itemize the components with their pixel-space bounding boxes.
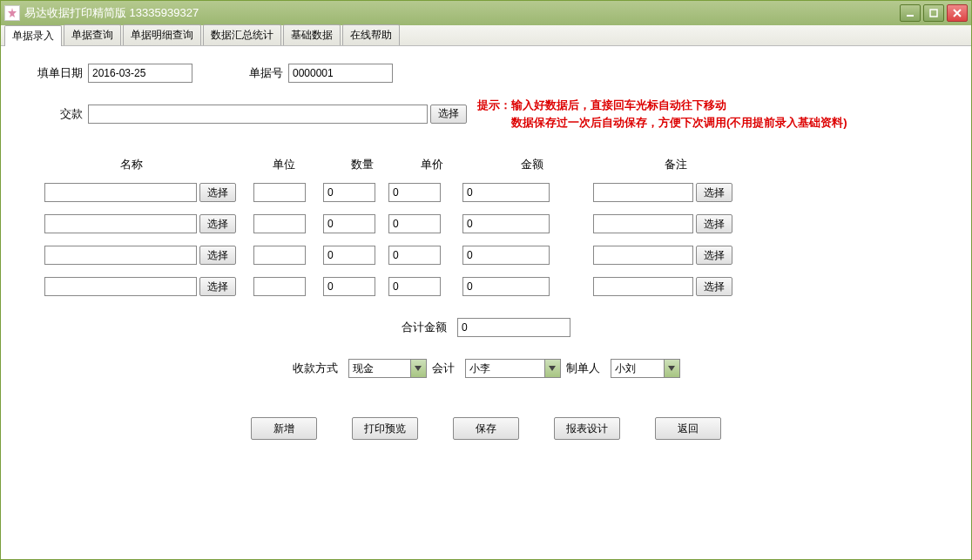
bill-no-input[interactable] [288, 64, 393, 83]
tab-bar: 单据录入单据查询单据明细查询数据汇总统计基础数据在线帮助 [1, 25, 971, 46]
tab-5[interactable]: 在线帮助 [342, 24, 400, 45]
tab-0[interactable]: 单据录入 [4, 25, 62, 46]
col-unit: 单位 [253, 157, 314, 172]
chevron-down-icon[interactable] [544, 360, 560, 377]
accountant-label: 会计 [432, 361, 460, 376]
name-select-button[interactable]: 选择 [199, 183, 236, 202]
window-title: 易达收据打印精简版 13335939327 [24, 5, 900, 21]
hint-line2: 数据保存过一次后自动保存，方便下次调用(不用提前录入基础资料) [511, 116, 847, 129]
col-qty: 数量 [332, 157, 393, 172]
tab-1[interactable]: 单据查询 [64, 24, 121, 45]
titlebar: 易达收据打印精简版 13335939327 [1, 1, 971, 25]
date-input[interactable] [88, 64, 192, 83]
creator-combo[interactable] [611, 359, 680, 378]
table-row: 选择选择 [27, 183, 945, 202]
chevron-down-icon[interactable] [410, 360, 426, 377]
pay-method-input[interactable] [349, 360, 410, 377]
price-input[interactable] [388, 183, 441, 202]
pay-method-combo[interactable] [348, 359, 427, 378]
table-row: 选择选择 [27, 246, 945, 265]
name-select-button[interactable]: 选择 [199, 214, 236, 233]
col-price: 单价 [402, 157, 462, 172]
accountant-combo[interactable] [465, 359, 561, 378]
unit-input[interactable] [253, 183, 306, 202]
svg-rect-1 [930, 10, 937, 17]
remark-input[interactable] [593, 183, 693, 202]
amount-input[interactable] [462, 277, 550, 296]
creator-input[interactable] [611, 360, 664, 377]
data-rows: 选择选择选择选择选择选择选择选择 [27, 183, 945, 296]
name-input[interactable] [44, 214, 197, 233]
app-icon [4, 5, 20, 21]
table-header: 名称 单位 数量 单价 金额 备注 [27, 157, 945, 172]
amount-input[interactable] [462, 183, 550, 202]
name-select-button[interactable]: 选择 [199, 246, 236, 265]
table-row: 选择选择 [27, 214, 945, 233]
save-button[interactable]: 保存 [453, 417, 519, 440]
tab-2[interactable]: 单据明细查询 [123, 24, 201, 45]
price-input[interactable] [388, 246, 441, 265]
bill-no-label: 单据号 [219, 65, 288, 81]
total-input[interactable] [457, 318, 570, 337]
unit-input[interactable] [253, 246, 306, 265]
payer-select-button[interactable]: 选择 [430, 105, 467, 124]
col-amount: 金额 [489, 157, 576, 172]
creator-label: 制单人 [566, 361, 605, 376]
unit-input[interactable] [253, 214, 306, 233]
pay-method-label: 收款方式 [293, 361, 343, 376]
hint-prefix: 提示： [477, 98, 511, 111]
qty-input[interactable] [323, 214, 375, 233]
payer-label: 交款 [27, 106, 88, 122]
hint-line1: 输入好数据后，直接回车光标自动往下移动 [511, 98, 726, 111]
chevron-down-icon[interactable] [664, 360, 679, 377]
amount-input[interactable] [462, 246, 550, 265]
svg-rect-0 [907, 15, 914, 17]
date-label: 填单日期 [27, 65, 88, 81]
hint-text: 提示：输入好数据后，直接回车光标自动往下移动 提示：数据保存过一次后自动保存，方… [477, 97, 847, 131]
content-area: 填单日期 单据号 交款 选择 提示：输入好数据后，直接回车光标自动往下移动 提示… [1, 46, 971, 457]
main-window: 易达收据打印精简版 13335939327 单据录入单据查询单据明细查询数据汇总… [0, 0, 972, 560]
price-input[interactable] [388, 277, 441, 296]
qty-input[interactable] [323, 183, 375, 202]
price-input[interactable] [388, 214, 441, 233]
amount-input[interactable] [462, 214, 550, 233]
preview-button[interactable]: 打印预览 [352, 417, 418, 440]
minimize-button[interactable] [900, 4, 921, 22]
accountant-input[interactable] [466, 360, 544, 377]
remark-select-button[interactable]: 选择 [696, 277, 732, 296]
back-button[interactable]: 返回 [655, 417, 721, 440]
col-name: 名称 [44, 157, 219, 172]
remark-input[interactable] [593, 214, 693, 233]
qty-input[interactable] [323, 277, 375, 296]
remark-input[interactable] [593, 277, 693, 296]
qty-input[interactable] [323, 246, 375, 265]
new-button[interactable]: 新增 [251, 417, 317, 440]
remark-select-button[interactable]: 选择 [696, 246, 732, 265]
unit-input[interactable] [253, 277, 306, 296]
name-input[interactable] [44, 246, 197, 265]
close-button[interactable] [947, 4, 968, 22]
table-row: 选择选择 [27, 277, 945, 296]
total-label: 合计金额 [402, 320, 452, 335]
name-input[interactable] [44, 183, 197, 202]
remark-select-button[interactable]: 选择 [696, 183, 732, 202]
name-input[interactable] [44, 277, 197, 296]
payer-input[interactable] [88, 105, 428, 124]
remark-input[interactable] [593, 246, 693, 265]
tab-4[interactable]: 基础数据 [283, 24, 341, 45]
maximize-button[interactable] [923, 4, 944, 22]
col-remark: 备注 [619, 157, 732, 172]
remark-select-button[interactable]: 选择 [696, 214, 732, 233]
report-button[interactable]: 报表设计 [554, 417, 620, 440]
tab-3[interactable]: 数据汇总统计 [203, 24, 281, 45]
name-select-button[interactable]: 选择 [199, 277, 236, 296]
